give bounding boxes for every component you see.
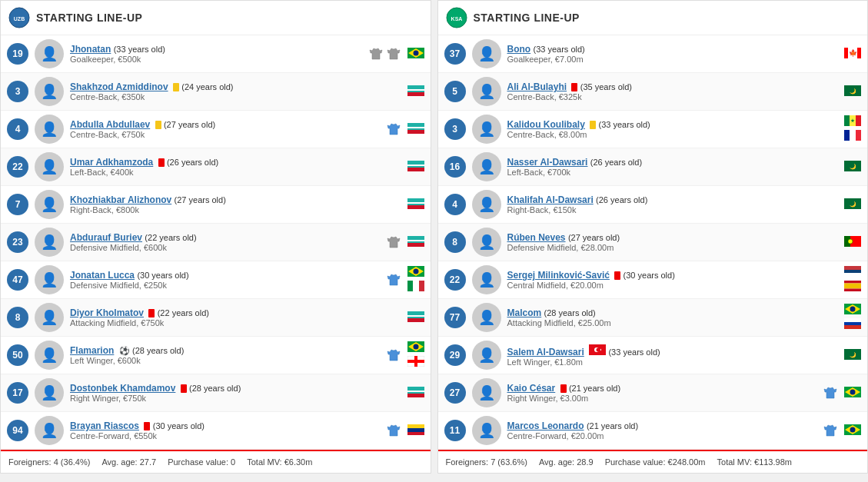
shirt-icon	[386, 121, 401, 137]
player-position-value: Left-Back, €400k	[70, 168, 401, 177]
team1-logo: UZB	[8, 7, 30, 28]
team1-foreigners: Foreigners: 4 (36.4%)	[8, 457, 90, 467]
player-row: 16👤 Nasser Al-Dawsari (26 years old) Lef…	[438, 148, 868, 186]
player-name-link[interactable]: Abdulla Abdullaev	[70, 119, 150, 130]
player-info: Sergej Milinković-Savić (30 years old) C…	[507, 270, 839, 290]
svg-rect-12	[407, 130, 424, 134]
player-name-line: Flamarion ⚽ (28 years old)	[70, 345, 386, 356]
player-position-value: Attacking Midfield, €750k	[70, 318, 401, 327]
player-name-line: Diyor Kholmatov (22 years old)	[70, 307, 401, 318]
player-name-link[interactable]: Khozhiakbar Alizhonov	[70, 194, 171, 205]
player-age: (26 years old)	[596, 195, 647, 204]
player-name-link[interactable]: Jonatan Lucca	[70, 270, 135, 281]
player-position-value: Centre-Forward, €20.00m	[507, 431, 823, 440]
flag-pt	[844, 236, 861, 249]
player-name-link[interactable]: Ali Al-Bulayhi	[507, 81, 567, 92]
player-name-link[interactable]: Bono	[507, 44, 531, 55]
player-row: 5👤 Ali Al-Bulayhi (35 years old) Centre-…	[438, 73, 868, 111]
player-row: 29👤 Salem Al-Dawsari (33 years old) Left…	[438, 337, 868, 374]
flag-uz	[407, 161, 424, 174]
player-name-line: Bono (33 years old)	[507, 44, 839, 55]
flag-uz	[407, 387, 424, 400]
jersey-number: 16	[444, 156, 466, 178]
svg-point-93	[850, 427, 856, 432]
player-avatar: 👤	[35, 378, 64, 407]
player-avatar: 👤	[472, 190, 501, 219]
player-flags	[407, 424, 424, 437]
player-position-value: Right Winger, €750k	[70, 394, 401, 403]
shirt-icon	[386, 234, 401, 250]
svg-rect-5	[407, 85, 424, 89]
player-name-link[interactable]: Umar Adkhamzoda	[70, 157, 153, 168]
flag-br	[407, 341, 424, 354]
jersey-number: 11	[444, 420, 466, 441]
player-info: Nasser Al-Dawsari (26 years old) Left-Ba…	[507, 157, 839, 177]
jersey-number: 29	[444, 344, 466, 366]
player-name-link[interactable]: Brayan Riascos	[70, 421, 139, 431]
player-flags	[407, 123, 424, 136]
player-name-link[interactable]: Kaio César	[507, 383, 556, 394]
player-name-link[interactable]: Malcom	[507, 307, 542, 318]
player-avatar: 👤	[472, 303, 501, 332]
player-flags	[844, 236, 861, 249]
team2-header: KSA STARTING LINE-UP	[438, 1, 868, 35]
player-name-link[interactable]: Dostonbek Khamdamov	[70, 383, 175, 394]
player-age: (33 years old)	[534, 45, 585, 54]
svg-point-90	[850, 389, 856, 394]
player-name-line: Salem Al-Dawsari (33 years old)	[507, 344, 839, 357]
player-avatar: 👤	[35, 416, 64, 445]
svg-rect-62	[856, 130, 861, 141]
red-card	[560, 384, 567, 393]
team1-title: STARTING LINE-UP	[36, 12, 142, 24]
player-name-link[interactable]: Shakhzod Azmiddinov	[70, 81, 168, 92]
svg-point-27	[413, 269, 418, 274]
player-row: 11👤 Marcos Leonardo (21 years old) Centr…	[438, 412, 868, 450]
jersey-number: 37	[444, 43, 466, 65]
player-row: 8👤 Diyor Kholmatov (22 years old) Attack…	[1, 299, 431, 337]
player-name-link[interactable]: Rúben Neves	[507, 232, 566, 243]
player-position-value: Defensive Midfield, €250k	[70, 281, 386, 290]
player-row: 19👤 Jhonatan (33 years old) Goalkeeper, …	[1, 35, 431, 73]
player-name-link[interactable]: Abdurauf Buriev	[70, 232, 142, 243]
svg-rect-28	[407, 281, 413, 291]
player-name-line: Marcos Leonardo (21 years old)	[507, 421, 823, 431]
jersey-number: 22	[444, 269, 466, 291]
svg-rect-34	[407, 318, 424, 322]
player-position-value: Goalkeeper, €500k	[70, 55, 368, 64]
player-avatar: 👤	[35, 39, 64, 68]
svg-rect-73	[844, 281, 861, 284]
svg-rect-24	[407, 243, 424, 247]
player-avatar: 👤	[35, 265, 64, 294]
player-name-link[interactable]: Khalifah Al-Dawsari	[507, 194, 594, 205]
team2-total-mv: Total MV: €113.98m	[717, 457, 792, 467]
flag-sa: 🌙	[844, 198, 861, 211]
player-flags: 🌙	[844, 85, 861, 98]
svg-rect-45	[407, 424, 424, 428]
player-name-link[interactable]: Salem Al-Dawsari	[507, 347, 584, 357]
player-info: Diyor Kholmatov (22 years old) Attacking…	[70, 307, 401, 327]
player-avatar: 👤	[472, 416, 501, 445]
jersey-number: 22	[7, 156, 28, 178]
svg-rect-13	[407, 161, 424, 165]
flag-br	[844, 387, 861, 400]
player-avatar: 👤	[35, 228, 64, 257]
player-info: Brayan Riascos (30 years old) Centre-For…	[70, 421, 386, 440]
player-name-link[interactable]: Flamarion	[70, 345, 114, 356]
player-flags	[407, 311, 424, 324]
player-name-link[interactable]: Sergej Milinković-Savić	[507, 270, 610, 281]
ball-icon: ⚽	[119, 346, 130, 355]
player-row: 8👤 Rúben Neves (27 years old) Defensive …	[438, 224, 868, 261]
player-name-line: Jonatan Lucca (30 years old)	[70, 270, 386, 281]
player-name-link[interactable]: Marcos Leonardo	[507, 421, 584, 431]
player-name-link[interactable]: Diyor Kholmatov	[70, 307, 144, 318]
shirt-icon	[823, 423, 838, 438]
player-name-link[interactable]: Jhonatan	[70, 44, 111, 55]
svg-rect-44	[407, 394, 424, 397]
flag-uz	[407, 123, 424, 136]
svg-rect-42	[407, 391, 424, 392]
player-name-line: Abdulla Abdullaev (27 years old)	[70, 119, 386, 130]
player-name-link[interactable]: Nasser Al-Dawsari	[507, 157, 588, 168]
player-row: 4👤 Abdulla Abdullaev (27 years old) Cent…	[1, 111, 431, 148]
svg-point-37	[413, 344, 418, 350]
player-name-link[interactable]: Kalidou Koulibaly	[507, 119, 585, 130]
